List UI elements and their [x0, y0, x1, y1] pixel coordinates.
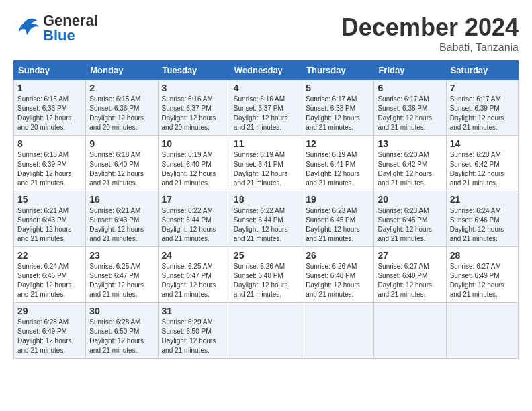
- day-info: Sunrise: 6:29 AM Sunset: 6:50 PM Dayligh…: [162, 318, 226, 355]
- day-info: Sunrise: 6:19 AM Sunset: 6:41 PM Dayligh…: [234, 150, 298, 188]
- day-number: 31: [162, 306, 226, 316]
- day-number: 2: [89, 83, 154, 93]
- day-info: Sunrise: 6:20 AM Sunset: 6:42 PM Dayligh…: [378, 150, 442, 188]
- calendar-cell: 5Sunrise: 6:17 AM Sunset: 6:38 PM Daylig…: [302, 80, 374, 136]
- day-number: 1: [17, 83, 82, 93]
- day-info: Sunrise: 6:17 AM Sunset: 6:38 PM Dayligh…: [306, 95, 370, 132]
- calendar-cell: 23Sunrise: 6:25 AM Sunset: 6:47 PM Dayli…: [86, 247, 158, 303]
- day-number: 6: [378, 83, 442, 93]
- day-of-week-header: Saturday: [446, 61, 518, 80]
- day-number: 11: [234, 138, 298, 149]
- calendar-cell: 19Sunrise: 6:23 AM Sunset: 6:45 PM Dayli…: [302, 191, 374, 247]
- calendar-cell: 8Sunrise: 6:18 AM Sunset: 6:39 PM Daylig…: [14, 136, 86, 191]
- calendar-cell: 20Sunrise: 6:23 AM Sunset: 6:45 PM Dayli…: [374, 191, 446, 247]
- day-number: 19: [306, 194, 370, 205]
- page-header: General Blue December 2024 Babati, Tanza…: [13, 13, 519, 54]
- day-number: 25: [234, 250, 298, 261]
- day-info: Sunrise: 6:19 AM Sunset: 6:40 PM Dayligh…: [162, 150, 226, 188]
- day-info: Sunrise: 6:19 AM Sunset: 6:41 PM Dayligh…: [306, 150, 370, 188]
- calendar-cell: 11Sunrise: 6:19 AM Sunset: 6:41 PM Dayli…: [230, 136, 302, 191]
- day-number: 30: [89, 306, 154, 316]
- day-number: 7: [450, 83, 515, 93]
- day-of-week-header: Wednesday: [230, 61, 302, 80]
- day-number: 24: [162, 250, 226, 261]
- day-number: 10: [162, 138, 226, 149]
- day-info: Sunrise: 6:27 AM Sunset: 6:48 PM Dayligh…: [378, 262, 442, 300]
- day-info: Sunrise: 6:25 AM Sunset: 6:47 PM Dayligh…: [162, 262, 226, 300]
- logo: General Blue: [13, 13, 98, 43]
- calendar-week-row: 1Sunrise: 6:15 AM Sunset: 6:36 PM Daylig…: [14, 80, 519, 136]
- day-number: 16: [89, 194, 154, 205]
- calendar-cell: [374, 303, 446, 359]
- location-title: Babati, Tanzania: [341, 42, 519, 54]
- day-number: 13: [378, 138, 442, 149]
- calendar-cell: 31Sunrise: 6:29 AM Sunset: 6:50 PM Dayli…: [158, 303, 230, 359]
- day-number: 5: [306, 83, 370, 93]
- day-info: Sunrise: 6:18 AM Sunset: 6:40 PM Dayligh…: [89, 150, 154, 188]
- day-number: 22: [17, 250, 82, 261]
- calendar-table: SundayMondayTuesdayWednesdayThursdayFrid…: [13, 60, 519, 359]
- calendar-cell: 27Sunrise: 6:27 AM Sunset: 6:48 PM Dayli…: [374, 247, 446, 303]
- calendar-cell: 1Sunrise: 6:15 AM Sunset: 6:36 PM Daylig…: [14, 80, 86, 136]
- calendar-cell: 3Sunrise: 6:16 AM Sunset: 6:37 PM Daylig…: [158, 80, 230, 136]
- calendar-cell: 29Sunrise: 6:28 AM Sunset: 6:49 PM Dayli…: [14, 303, 86, 359]
- day-number: 28: [450, 250, 515, 261]
- day-number: 29: [17, 306, 82, 316]
- day-info: Sunrise: 6:24 AM Sunset: 6:46 PM Dayligh…: [17, 262, 82, 300]
- month-title: December 2024: [341, 13, 519, 42]
- calendar-cell: 7Sunrise: 6:17 AM Sunset: 6:39 PM Daylig…: [446, 80, 518, 136]
- day-of-week-header: Sunday: [14, 61, 86, 80]
- day-info: Sunrise: 6:15 AM Sunset: 6:36 PM Dayligh…: [17, 95, 82, 132]
- day-number: 8: [17, 138, 82, 149]
- calendar-cell: 22Sunrise: 6:24 AM Sunset: 6:46 PM Dayli…: [14, 247, 86, 303]
- calendar-cell: 13Sunrise: 6:20 AM Sunset: 6:42 PM Dayli…: [374, 136, 446, 191]
- calendar-cell: [446, 303, 518, 359]
- calendar-cell: [230, 303, 302, 359]
- calendar-cell: 16Sunrise: 6:21 AM Sunset: 6:43 PM Dayli…: [86, 191, 158, 247]
- calendar-week-row: 29Sunrise: 6:28 AM Sunset: 6:49 PM Dayli…: [14, 303, 519, 359]
- day-info: Sunrise: 6:18 AM Sunset: 6:39 PM Dayligh…: [17, 150, 82, 188]
- calendar-week-row: 8Sunrise: 6:18 AM Sunset: 6:39 PM Daylig…: [14, 136, 519, 191]
- logo-text: General Blue: [43, 13, 98, 43]
- calendar-week-row: 15Sunrise: 6:21 AM Sunset: 6:43 PM Dayli…: [14, 191, 519, 247]
- calendar-cell: 25Sunrise: 6:26 AM Sunset: 6:48 PM Dayli…: [230, 247, 302, 303]
- day-info: Sunrise: 6:22 AM Sunset: 6:44 PM Dayligh…: [234, 206, 298, 244]
- day-info: Sunrise: 6:24 AM Sunset: 6:46 PM Dayligh…: [450, 206, 515, 244]
- day-info: Sunrise: 6:16 AM Sunset: 6:37 PM Dayligh…: [234, 95, 298, 132]
- day-of-week-header: Friday: [374, 61, 446, 80]
- day-number: 12: [306, 138, 370, 149]
- day-info: Sunrise: 6:21 AM Sunset: 6:43 PM Dayligh…: [89, 206, 154, 244]
- calendar-cell: 24Sunrise: 6:25 AM Sunset: 6:47 PM Dayli…: [158, 247, 230, 303]
- day-number: 4: [234, 83, 298, 93]
- day-info: Sunrise: 6:23 AM Sunset: 6:45 PM Dayligh…: [378, 206, 442, 244]
- calendar-cell: 28Sunrise: 6:27 AM Sunset: 6:49 PM Dayli…: [446, 247, 518, 303]
- day-info: Sunrise: 6:17 AM Sunset: 6:38 PM Dayligh…: [378, 95, 442, 132]
- day-info: Sunrise: 6:16 AM Sunset: 6:37 PM Dayligh…: [162, 95, 226, 132]
- day-info: Sunrise: 6:20 AM Sunset: 6:42 PM Dayligh…: [450, 150, 515, 188]
- day-info: Sunrise: 6:17 AM Sunset: 6:39 PM Dayligh…: [450, 95, 515, 132]
- day-number: 9: [89, 138, 154, 149]
- day-info: Sunrise: 6:15 AM Sunset: 6:36 PM Dayligh…: [89, 95, 154, 132]
- day-number: 20: [378, 194, 442, 205]
- day-info: Sunrise: 6:26 AM Sunset: 6:48 PM Dayligh…: [306, 262, 370, 300]
- calendar-week-row: 22Sunrise: 6:24 AM Sunset: 6:46 PM Dayli…: [14, 247, 519, 303]
- calendar-cell: 15Sunrise: 6:21 AM Sunset: 6:43 PM Dayli…: [14, 191, 86, 247]
- day-info: Sunrise: 6:25 AM Sunset: 6:47 PM Dayligh…: [89, 262, 154, 300]
- day-number: 26: [306, 250, 370, 261]
- calendar-cell: 26Sunrise: 6:26 AM Sunset: 6:48 PM Dayli…: [302, 247, 374, 303]
- day-number: 15: [17, 194, 82, 205]
- logo-bird-icon: [13, 15, 40, 42]
- logo-general-text: General: [43, 13, 98, 28]
- day-number: 23: [89, 250, 154, 261]
- calendar-cell: [302, 303, 374, 359]
- day-number: 27: [378, 250, 442, 261]
- calendar-cell: 17Sunrise: 6:22 AM Sunset: 6:44 PM Dayli…: [158, 191, 230, 247]
- title-block: December 2024 Babati, Tanzania: [341, 13, 519, 54]
- calendar-cell: 12Sunrise: 6:19 AM Sunset: 6:41 PM Dayli…: [302, 136, 374, 191]
- day-number: 17: [162, 194, 226, 205]
- calendar-cell: 4Sunrise: 6:16 AM Sunset: 6:37 PM Daylig…: [230, 80, 302, 136]
- day-info: Sunrise: 6:28 AM Sunset: 6:50 PM Dayligh…: [89, 318, 154, 355]
- day-of-week-header: Tuesday: [158, 61, 230, 80]
- calendar-cell: 9Sunrise: 6:18 AM Sunset: 6:40 PM Daylig…: [86, 136, 158, 191]
- day-number: 21: [450, 194, 515, 205]
